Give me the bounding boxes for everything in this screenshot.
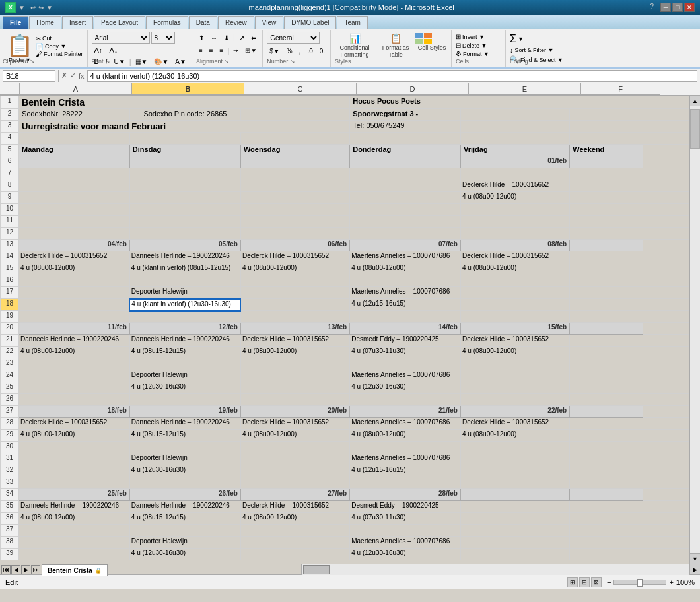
- cell-b2[interactable]: Sodexho Pin code: 26865: [129, 109, 240, 121]
- col-header-f[interactable]: F: [581, 83, 660, 95]
- scroll-track[interactable]: [690, 106, 700, 553]
- row-num-11[interactable]: 11: [1, 216, 19, 228]
- scroll-down-button[interactable]: ▼: [690, 553, 700, 564]
- row-num-14[interactable]: 14: [1, 251, 19, 263]
- cell-a2[interactable]: SodexhoNr: 28222: [19, 109, 130, 121]
- cell-b18[interactable]: 4 u (klant in verlof) (12u30-16u30): [129, 299, 240, 311]
- align-right-button[interactable]: ≡: [217, 46, 227, 55]
- indent-decrease-button[interactable]: ⬅: [248, 33, 259, 43]
- row-num-2[interactable]: 2: [1, 109, 19, 121]
- col-header-d[interactable]: D: [357, 83, 469, 95]
- page-layout-view-button[interactable]: ⊟: [579, 577, 590, 587]
- cell-b14[interactable]: Danneels Herlinde – 1900220246: [129, 251, 240, 263]
- row-num-37[interactable]: 37: [1, 525, 19, 537]
- row-num-31[interactable]: 31: [1, 453, 19, 465]
- col-header-c[interactable]: C: [244, 83, 357, 95]
- row-num-30[interactable]: 30: [1, 442, 19, 453]
- scroll-thumb[interactable]: [690, 109, 700, 149]
- cell-e21[interactable]: Declerck Hilde – 1000315652: [460, 335, 569, 347]
- tab-formulas[interactable]: Formulas: [146, 16, 188, 29]
- cell-d35[interactable]: Desmedt Eddy – 1900220425: [350, 501, 461, 513]
- row-num-8[interactable]: 8: [1, 180, 19, 192]
- cell-d17[interactable]: Maertens Annelies – 1000707686: [350, 287, 461, 299]
- tab-data[interactable]: Data: [189, 16, 217, 29]
- formula-cancel-icon[interactable]: ✗: [61, 71, 67, 80]
- row-num-28[interactable]: 28: [1, 418, 19, 430]
- cell-a36[interactable]: 4 u (08u00-12u00): [19, 513, 130, 525]
- cell-c36[interactable]: 4 u (08u00-12u00): [240, 513, 349, 525]
- zoom-out-button[interactable]: −: [607, 578, 611, 586]
- row-num-6[interactable]: 6: [1, 156, 19, 168]
- formula-confirm-icon[interactable]: ✓: [70, 71, 76, 80]
- scroll-up-button[interactable]: ▲: [690, 96, 700, 106]
- row-num-39[interactable]: 39: [1, 549, 19, 560]
- row-num-9[interactable]: 9: [1, 192, 19, 204]
- cell-e22[interactable]: 4 u (08u00-12u00): [460, 347, 569, 358]
- cell-b36[interactable]: 4 u (08u15-12u15): [129, 513, 240, 525]
- sheet-next-button[interactable]: ▶: [21, 565, 30, 574]
- grow-font-button[interactable]: A↑: [92, 45, 106, 55]
- format-cells-button[interactable]: ⚙Format ▼: [456, 50, 503, 57]
- row-num-25[interactable]: 25: [1, 382, 19, 394]
- cell-b21[interactable]: Danneels Herlinde – 1900220246: [129, 335, 240, 347]
- row-num-33[interactable]: 33: [1, 477, 19, 489]
- autosum-button[interactable]: Σ▼: [510, 33, 564, 45]
- name-box[interactable]: B18: [3, 70, 55, 82]
- cell-d1[interactable]: Hocus Pocus Poets: [350, 96, 643, 109]
- zoom-slider[interactable]: [613, 580, 666, 585]
- tab-page-layout[interactable]: Page Layout: [94, 16, 145, 29]
- row-num-13[interactable]: 13: [1, 240, 19, 251]
- sort-filter-button[interactable]: ↕Sort & Filter ▼: [510, 46, 564, 54]
- row-num-32[interactable]: 32: [1, 465, 19, 477]
- sheet-first-button[interactable]: ⏮: [1, 565, 11, 574]
- row-num-24[interactable]: 24: [1, 370, 19, 382]
- percent-button[interactable]: %: [284, 46, 295, 56]
- close-button[interactable]: ✕: [684, 3, 695, 12]
- cut-button[interactable]: ✂ Cut: [36, 35, 83, 42]
- row-num-26[interactable]: 26: [1, 394, 19, 406]
- row-num-29[interactable]: 29: [1, 430, 19, 442]
- cell-b28[interactable]: Danneels Herlinde – 1900220246: [129, 418, 240, 430]
- row-num-35[interactable]: 35: [1, 501, 19, 513]
- cell-d3[interactable]: Tel: 050/675249: [350, 121, 461, 133]
- horizontal-scroll-track[interactable]: [301, 564, 689, 575]
- row-num-38[interactable]: 38: [1, 537, 19, 549]
- row-num-1[interactable]: 1: [1, 96, 19, 109]
- col-header-a[interactable]: A: [20, 83, 132, 95]
- cell-d5[interactable]: Donderdag: [350, 145, 461, 156]
- borders-button[interactable]: ▦▼: [133, 57, 151, 67]
- cell-b31[interactable]: Depoorter Halewijn: [129, 453, 240, 465]
- cell-a5[interactable]: Maandag: [19, 145, 130, 156]
- cell-d38[interactable]: Maertens Annelies – 1000707686: [350, 537, 461, 549]
- page-break-view-button[interactable]: ⊠: [591, 577, 602, 587]
- cell-a22[interactable]: 4 u (08u00-12u00): [19, 347, 130, 358]
- cell-d25[interactable]: 4 u (12u30-16u30): [350, 382, 461, 394]
- cell-a29[interactable]: 4 u (08u00-12u00): [19, 430, 130, 442]
- cell-b5[interactable]: Dinsdag: [129, 145, 240, 156]
- wrap-text-button[interactable]: ⇥: [230, 46, 241, 55]
- delete-cells-button[interactable]: ⊟Delete ▼: [456, 42, 503, 49]
- scroll-right-button[interactable]: ▶: [689, 564, 700, 574]
- row-num-22[interactable]: 22: [1, 347, 19, 358]
- cell-a21[interactable]: Danneels Herlinde – 1900220246: [19, 335, 130, 347]
- restore-button[interactable]: □: [672, 3, 683, 12]
- zoom-level[interactable]: 100%: [676, 578, 695, 586]
- sheet-prev-button[interactable]: ◀: [11, 565, 20, 574]
- cell-c28[interactable]: Declerck Hilde – 1000315652: [240, 418, 349, 430]
- cell-e29[interactable]: 4 u (08u00-12u00): [460, 430, 569, 442]
- cell-a3[interactable]: Uurregistratie voor maand Februari: [19, 121, 350, 133]
- cell-d28[interactable]: Maertens Annelies – 1000707686: [350, 418, 461, 430]
- cell-a15[interactable]: 4 u (08u00-12u00): [19, 263, 130, 275]
- row-num-20[interactable]: 20: [1, 323, 19, 335]
- col-header-b[interactable]: B: [132, 83, 244, 95]
- row-num-23[interactable]: 23: [1, 358, 19, 370]
- font-color-button[interactable]: A▼: [172, 57, 189, 67]
- align-left-button[interactable]: ≡: [196, 46, 205, 55]
- tab-home[interactable]: Home: [29, 16, 61, 29]
- cell-d14[interactable]: Maertens Annelies – 1000707686: [350, 251, 461, 263]
- cell-e15[interactable]: 4 u (08u00-12u00): [460, 263, 569, 275]
- row-num-16[interactable]: 16: [1, 275, 19, 287]
- cell-c5[interactable]: Woensdag: [240, 145, 349, 156]
- sheet-last-button[interactable]: ⏭: [31, 565, 40, 574]
- zoom-in-button[interactable]: +: [669, 578, 673, 586]
